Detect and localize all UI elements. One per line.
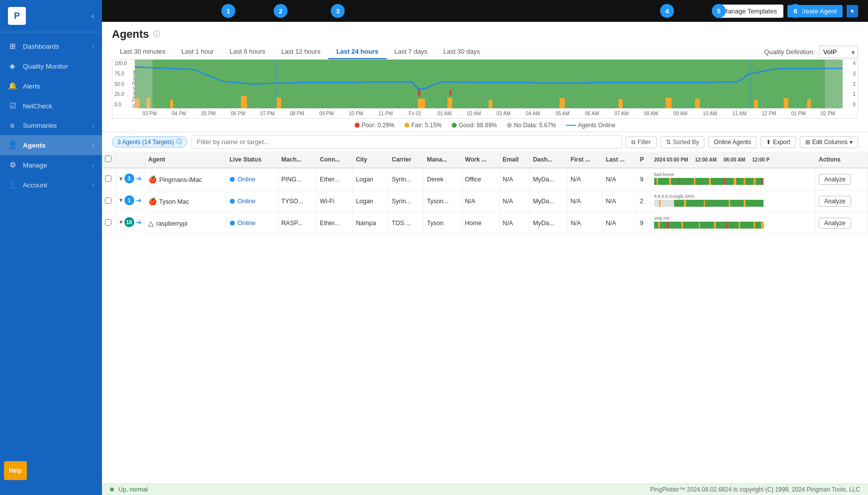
dashboards-icon: ⊞ [8, 42, 17, 51]
time-range-tabs: Last 30 minutes Last 1 hour Last 6 hours… [102, 41, 868, 59]
sorted-by-button[interactable]: ⇅ Sorted By [661, 136, 705, 148]
tab-30min[interactable]: Last 30 minutes [112, 45, 174, 59]
help-button[interactable]: Help [4, 461, 27, 480]
sidebar-item-alerts[interactable]: 🔔 Alerts [0, 76, 102, 96]
city-cell: Nampa [353, 212, 388, 234]
sidebar-item-account[interactable]: 👤 Account › [0, 175, 102, 195]
expand-icon[interactable]: ▾ [119, 196, 123, 204]
tab-1hr[interactable]: Last 1 hour [174, 45, 222, 59]
sidebar-collapse-icon[interactable]: ‹ [92, 11, 94, 20]
col-email: Email [499, 152, 530, 168]
status-left: Up, normal [110, 486, 148, 493]
edit-columns-label: Edit Columns [812, 139, 848, 146]
main-content: 1 2 3 4 5 6 Manage Templates + Create Ag… [102, 0, 868, 495]
p-cell: 9 [637, 212, 651, 234]
export-button[interactable]: ⬆ Export [761, 136, 796, 148]
table-row: ▾ 10 ➜ △ raspberrypi Online [102, 212, 868, 234]
row-checkbox[interactable] [105, 197, 111, 204]
manager-cell: Derek [424, 168, 462, 190]
route-icon[interactable]: ➜ [136, 196, 142, 204]
svg-rect-36 [729, 200, 730, 207]
manage-templates-button[interactable]: Manage Templates [716, 4, 783, 18]
agents-count-badge[interactable]: 3 Agents (14 Targets) ⓘ [112, 136, 188, 148]
work-type-cell: Office [462, 168, 499, 190]
callout-4: 4 [660, 4, 674, 18]
svg-rect-29 [754, 178, 756, 185]
actions-cell: Analyze [815, 212, 868, 234]
good-dot [452, 123, 457, 128]
poor-label: Poor: 0.29% [362, 122, 394, 129]
legend-online: Agents Online [566, 122, 615, 129]
status-text: Online [238, 220, 256, 227]
sidebar-item-label: Summaries [23, 122, 57, 129]
filter-label: Filter [638, 139, 651, 146]
summaries-icon: ≡ [8, 121, 17, 130]
analyze-button[interactable]: Analyze [819, 196, 851, 207]
info-icon[interactable]: ⓘ [153, 30, 160, 39]
city-cell: Logan [353, 168, 388, 190]
sidebar-item-dashboards[interactable]: ⊞ Dashboards › [0, 36, 102, 56]
svg-rect-17 [450, 90, 452, 96]
sidebar-item-manage[interactable]: ⚙ Manage › [0, 155, 102, 175]
tab-6hr[interactable]: Last 6 hours [222, 45, 274, 59]
tab-24hr[interactable]: Last 24 hours [328, 45, 386, 59]
row-checkbox[interactable] [105, 219, 111, 226]
svg-rect-40 [667, 222, 669, 229]
agent-name: raspberrypi [156, 220, 188, 227]
sidebar-item-netcheck[interactable]: ☑ NetCheck [0, 96, 102, 116]
tab-12hr[interactable]: Last 12 hours [273, 45, 328, 59]
chart-inner[interactable] [135, 60, 843, 108]
sidebar-item-summaries[interactable]: ≡ Summaries › [0, 116, 102, 135]
first-cell: N/A [568, 190, 603, 212]
connection-cell: Wi-Fi [317, 190, 353, 212]
select-all-checkbox[interactable] [105, 156, 111, 162]
analyze-button[interactable]: Analyze [819, 174, 851, 185]
create-agent-dropdown-button[interactable]: ▾ [847, 5, 858, 17]
export-icon: ⬆ [766, 139, 771, 146]
sidebar-item-agents[interactable]: 👤 Agents › [0, 135, 102, 155]
analyze-button[interactable]: Analyze [819, 218, 851, 229]
row-sparkline [654, 178, 764, 185]
machine-cell: RASP... [278, 212, 317, 234]
alerts-icon: 🔔 [8, 82, 17, 90]
col-connection: Conn... [317, 152, 353, 168]
agents-table-wrap: Agent Live Status Mach... Conn... City C… [102, 152, 868, 484]
expand-icon[interactable]: ▾ [119, 175, 123, 182]
email-cell: N/A [499, 168, 530, 190]
svg-rect-24 [694, 178, 695, 185]
quality-definition-select[interactable]: VoIP Custom [819, 46, 858, 58]
sidebar-item-quality-monitor[interactable]: ◈ Quality Monitor [0, 56, 102, 76]
account-icon: 👤 [8, 180, 17, 189]
chart-x-labels: 03 PM 04 PM 05 PM 06 PM 07 PM 08 PM 09 P… [135, 108, 843, 118]
dashboard-cell: MyDa... [530, 168, 568, 190]
filter-button[interactable]: ⧉ Filter [626, 136, 657, 148]
sidebar: P ‹ ⊞ Dashboards › ◈ Quality Monitor 🔔 A… [0, 0, 102, 495]
sidebar-item-label: Quality Monitor [23, 63, 68, 70]
tab-7day[interactable]: Last 7 days [386, 45, 436, 59]
manager-cell: Tyson... [424, 190, 462, 212]
edit-columns-button[interactable]: ⊞ Edit Columns ▾ [800, 136, 858, 148]
col-last: Last ... [602, 152, 637, 168]
col-carrier: Carrier [388, 152, 424, 168]
first-cell: N/A [568, 212, 603, 234]
online-agents-button[interactable]: Online Agents [708, 136, 757, 148]
svg-rect-12 [695, 98, 700, 108]
poor-dot [355, 123, 360, 128]
online-label: Agents Online [578, 122, 615, 129]
expand-icon[interactable]: ▾ [119, 218, 123, 226]
svg-rect-27 [734, 178, 736, 185]
app-logo[interactable]: P [8, 7, 26, 25]
badge-info-icon: ⓘ [176, 138, 182, 146]
row-checkbox[interactable] [105, 175, 111, 182]
agent-name: Pingmans-iMac [159, 176, 202, 183]
row-chart-cell: voip.ms [651, 212, 815, 234]
route-icon[interactable]: ➜ [136, 218, 142, 226]
route-icon[interactable]: ➜ [136, 174, 142, 182]
tab-30day[interactable]: Last 30 days [435, 45, 488, 59]
netcheck-icon: ☑ [8, 101, 17, 110]
quality-definition-label: Quality Definition: [764, 48, 815, 56]
agents-count-text: 3 Agents (14 Targets) [117, 139, 174, 146]
city-cell: Logan [353, 190, 388, 212]
targets-badge: 3 [124, 173, 134, 183]
filter-input[interactable] [192, 135, 622, 149]
